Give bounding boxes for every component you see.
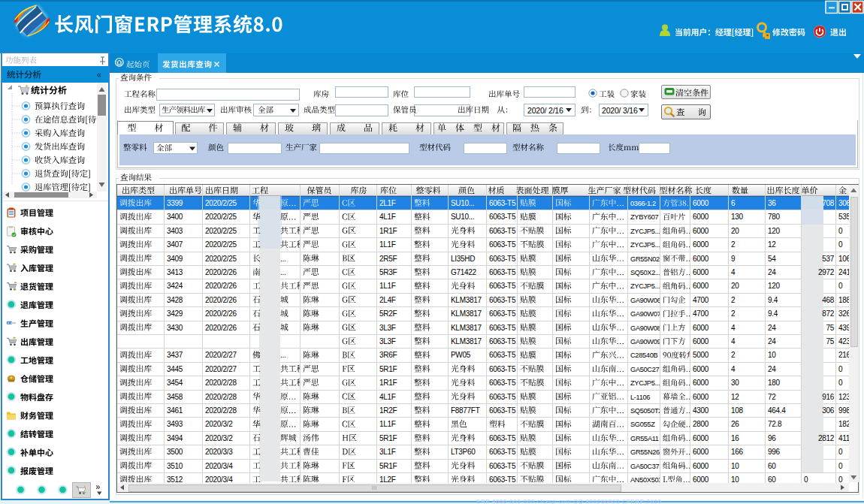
svg-text:6063-T5: 6063-T5 xyxy=(489,227,516,235)
svg-text:2020/2/27: 2020/2/27 xyxy=(205,351,237,359)
svg-text:5R1F: 5R1F xyxy=(379,462,397,470)
svg-text:3409: 3409 xyxy=(167,255,183,263)
svg-text:GA90W08.: GA90W08. xyxy=(630,324,663,332)
svg-text:1R2F: 1R2F xyxy=(379,406,397,415)
svg-text:6063-T5: 6063-T5 xyxy=(489,199,516,207)
svg-text:2020/3/3: 2020/3/3 xyxy=(205,448,233,456)
svg-text:6000: 6000 xyxy=(693,268,709,276)
svg-text:6000: 6000 xyxy=(693,365,709,373)
svg-text:6000: 6000 xyxy=(693,255,709,263)
svg-text:72: 72 xyxy=(768,393,776,401)
svg-text:...: ... xyxy=(280,268,285,276)
svg-text:KLM3817: KLM3817 xyxy=(451,309,482,318)
svg-text:LT3P60: LT3P60 xyxy=(451,448,476,456)
svg-text:0: 0 xyxy=(838,365,843,373)
svg-text:535: 535 xyxy=(838,213,851,221)
svg-text:60: 60 xyxy=(768,462,776,470)
svg-text:2020/2/27: 2020/2/27 xyxy=(205,365,237,373)
svg-text:6063-T5: 6063-T5 xyxy=(489,268,516,276)
svg-text:0: 0 xyxy=(838,282,843,290)
svg-text:PW05: PW05 xyxy=(451,351,471,359)
svg-text:3493: 3493 xyxy=(167,420,183,428)
svg-text:75: 75 xyxy=(826,324,834,332)
svg-text:4: 4 xyxy=(731,365,736,373)
svg-text:2: 2 xyxy=(731,296,736,304)
svg-text:1L1F: 1L1F xyxy=(379,420,396,428)
svg-text:2812: 2812 xyxy=(818,434,835,442)
svg-text:6000: 6000 xyxy=(693,393,709,401)
svg-text:5R1F: 5R1F xyxy=(379,434,397,442)
svg-text:GR55N02: GR55N02 xyxy=(630,255,660,263)
svg-text:326: 326 xyxy=(838,309,851,318)
svg-text:6063-T5: 6063-T5 xyxy=(489,393,516,401)
svg-text:SU10...: SU10... xyxy=(451,213,474,221)
svg-text:996: 996 xyxy=(768,448,781,456)
svg-text:2020/2/26: 2020/2/26 xyxy=(205,309,237,318)
svg-text:916: 916 xyxy=(822,393,835,401)
svg-text:6063-T5: 6063-T5 xyxy=(489,213,516,221)
svg-text:6063-T5: 6063-T5 xyxy=(489,255,516,263)
svg-text:9: 9 xyxy=(731,255,736,263)
svg-text:306: 306 xyxy=(822,406,835,415)
svg-text:0: 0 xyxy=(838,448,843,456)
svg-text:75: 75 xyxy=(826,337,834,346)
svg-text:6000: 6000 xyxy=(693,324,709,332)
svg-text:4700: 4700 xyxy=(693,296,709,304)
svg-text:423: 423 xyxy=(838,337,851,346)
svg-text:ZYCJP5...: ZYCJP5... xyxy=(630,228,660,235)
svg-text:5R3F: 5R3F xyxy=(379,268,397,276)
svg-text:3512: 3512 xyxy=(167,475,183,484)
svg-text:3510: 3510 xyxy=(167,462,183,470)
svg-text:130: 130 xyxy=(731,213,744,221)
svg-text:3429: 3429 xyxy=(167,309,183,318)
svg-text:3413: 3413 xyxy=(167,268,183,276)
svg-text:ZYCJP5...: ZYCJP5... xyxy=(630,282,660,290)
svg-text:3L3F: 3L3F xyxy=(379,337,396,346)
svg-text:2020/2/26: 2020/2/26 xyxy=(205,268,237,276)
svg-text:6063-T5: 6063-T5 xyxy=(489,296,516,304)
svg-text:0: 0 xyxy=(804,475,808,484)
svg-text:SG055Z: SG055Z xyxy=(630,421,655,428)
svg-text:GR55N26: GR55N26 xyxy=(630,448,660,456)
svg-text:2020/2/28: 2020/2/28 xyxy=(205,393,237,401)
svg-text:6000: 6000 xyxy=(693,448,709,456)
svg-text:3403: 3403 xyxy=(167,227,183,235)
svg-text:439: 439 xyxy=(838,324,851,332)
svg-text:4L1F: 4L1F xyxy=(379,393,396,401)
svg-text:2020/3/2: 2020/3/2 xyxy=(205,420,233,428)
svg-text:123: 123 xyxy=(838,393,851,401)
svg-text:4: 4 xyxy=(731,324,736,332)
svg-text:6: 6 xyxy=(731,199,736,207)
svg-text:6063-T5: 6063-T5 xyxy=(489,434,516,442)
svg-text:3L1F: 3L1F xyxy=(379,448,396,456)
svg-text:3494: 3494 xyxy=(167,434,183,442)
svg-text:KLM3817: KLM3817 xyxy=(451,324,482,332)
svg-text:166: 166 xyxy=(731,448,744,456)
svg-text:120: 120 xyxy=(768,227,781,235)
svg-text:6063-T5: 6063-T5 xyxy=(489,406,516,415)
svg-text:2800: 2800 xyxy=(693,420,709,428)
svg-text:2020/2/26: 2020/2/26 xyxy=(205,324,237,332)
svg-text:GA90W06.: GA90W06. xyxy=(630,297,663,304)
svg-text:ZYCJP5...: ZYCJP5... xyxy=(630,241,660,249)
svg-text:SU10...: SU10... xyxy=(451,199,474,207)
svg-text:0: 0 xyxy=(838,240,843,249)
svg-text:C28540B: C28540B xyxy=(630,352,657,359)
svg-text:GA90W09.: GA90W09. xyxy=(630,338,663,346)
svg-text:182: 182 xyxy=(838,420,851,428)
svg-text:6000: 6000 xyxy=(693,337,709,346)
svg-text:24: 24 xyxy=(768,324,776,332)
svg-text:GR55A11: GR55A11 xyxy=(630,435,659,442)
svg-text:2020/2/25: 2020/2/25 xyxy=(205,213,237,221)
svg-text:0366-1.2: 0366-1.2 xyxy=(630,200,656,207)
svg-text:L-1106: L-1106 xyxy=(630,394,650,401)
svg-text:20: 20 xyxy=(731,282,739,290)
svg-text:SQ50X2...: SQ50X2... xyxy=(630,269,660,276)
svg-text:6063-T5: 6063-T5 xyxy=(489,475,516,484)
svg-text:6063-T5: 6063-T5 xyxy=(489,462,516,470)
svg-text:108: 108 xyxy=(731,406,744,415)
svg-text:4: 4 xyxy=(731,337,736,346)
svg-text:188: 188 xyxy=(838,296,851,304)
svg-text:3454: 3454 xyxy=(167,379,183,387)
svg-text:0: 0 xyxy=(838,379,843,387)
